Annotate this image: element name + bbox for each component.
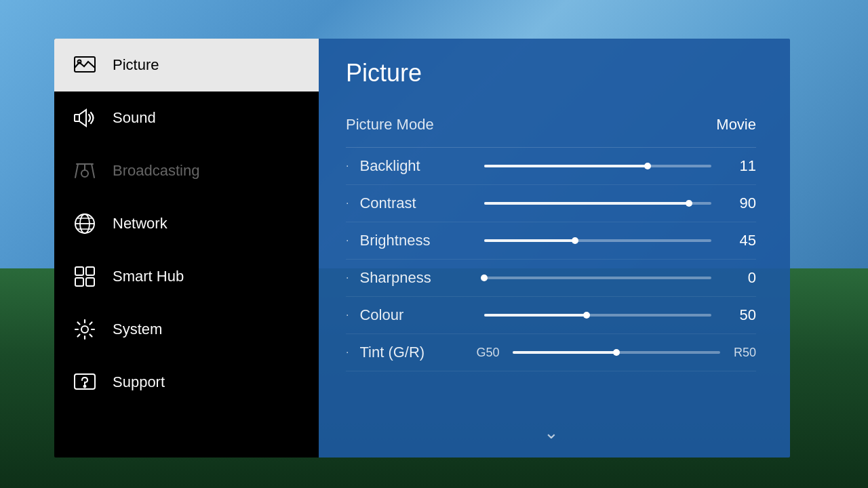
sidebar-item-sound[interactable]: Sound <box>54 92 319 144</box>
tint-value-g: G50 <box>476 346 499 360</box>
network-icon <box>71 209 99 238</box>
svg-rect-12 <box>75 267 83 275</box>
ui-container: Picture Sound <box>54 39 790 458</box>
sharpness-dot: · <box>346 272 349 284</box>
svg-rect-2 <box>75 115 79 121</box>
colour-dot: · <box>346 309 349 321</box>
svg-point-5 <box>81 170 88 177</box>
sidebar-label-system: System <box>113 321 162 338</box>
smarthub-icon <box>71 262 99 291</box>
sidebar-label-picture: Picture <box>113 56 159 74</box>
sidebar-label-sound: Sound <box>113 109 156 127</box>
contrast-row[interactable]: · Contrast 90 <box>346 185 756 222</box>
colour-value: 50 <box>728 306 756 324</box>
sharpness-track <box>484 277 711 279</box>
tint-label: Tint (G/R) <box>359 344 468 361</box>
sharpness-slider[interactable] <box>484 277 711 279</box>
brightness-row[interactable]: · Brightness 45 <box>346 222 756 260</box>
contrast-label: Contrast <box>359 195 468 212</box>
sidebar: Picture Sound <box>54 39 319 458</box>
brightness-slider[interactable] <box>484 239 711 242</box>
sidebar-item-support[interactable]: Support <box>54 356 319 409</box>
brightness-fill <box>484 239 575 242</box>
contrast-fill <box>484 202 688 205</box>
sharpness-value: 0 <box>728 269 756 287</box>
sidebar-item-smarthub[interactable]: Smart Hub <box>54 250 319 303</box>
chevron-down-icon: ⌄ <box>539 424 564 437</box>
backlight-track <box>484 165 711 167</box>
brightness-value: 45 <box>728 232 756 249</box>
system-icon <box>71 315 99 344</box>
tint-thumb <box>613 349 620 356</box>
backlight-dot: · <box>346 160 349 172</box>
svg-point-18 <box>84 386 86 388</box>
tint-dot: · <box>346 346 349 359</box>
colour-slider[interactable] <box>484 314 711 317</box>
sharpness-row[interactable]: · Sharpness 0 <box>346 260 756 297</box>
colour-fill <box>484 314 587 317</box>
tint-track <box>513 351 719 354</box>
contrast-track <box>484 202 711 205</box>
sidebar-item-picture[interactable]: Picture <box>54 39 319 92</box>
brightness-label: Brightness <box>359 232 468 249</box>
picture-mode-row[interactable]: Picture Mode Movie <box>346 106 756 148</box>
sidebar-item-system[interactable]: System <box>54 303 319 356</box>
sidebar-label-broadcasting: Broadcasting <box>113 162 199 180</box>
svg-rect-15 <box>86 278 94 286</box>
colour-thumb <box>583 312 590 319</box>
svg-rect-14 <box>75 278 83 286</box>
tint-row[interactable]: · Tint (G/R) G50 R50 <box>346 334 756 371</box>
svg-point-16 <box>81 326 88 333</box>
broadcasting-icon <box>71 157 99 185</box>
brightness-thumb <box>572 237 578 244</box>
tint-fill <box>513 351 616 354</box>
brightness-track <box>484 239 711 242</box>
contrast-thumb <box>686 200 692 207</box>
sharpness-label: Sharpness <box>359 269 468 287</box>
backlight-thumb <box>644 163 651 169</box>
brightness-dot: · <box>346 235 349 247</box>
sound-icon <box>71 104 99 132</box>
backlight-value: 11 <box>728 157 756 175</box>
tint-slider[interactable] <box>513 351 719 354</box>
sidebar-label-smarthub: Smart Hub <box>113 268 184 285</box>
svg-line-4 <box>92 164 94 178</box>
picture-mode-value: Movie <box>716 116 756 134</box>
backlight-slider[interactable] <box>484 165 711 167</box>
page-title: Picture <box>346 59 756 87</box>
tint-value-r: R50 <box>734 346 756 360</box>
picture-mode-label: Picture Mode <box>346 116 434 134</box>
content-panel: Picture Picture Mode Movie · Backlight 1… <box>319 39 790 458</box>
sidebar-label-support: Support <box>113 373 165 391</box>
sidebar-item-broadcasting[interactable]: Broadcasting <box>54 144 319 197</box>
picture-icon <box>71 51 99 79</box>
scroll-indicator: ⌄ <box>346 415 756 437</box>
sidebar-label-network: Network <box>113 215 167 232</box>
svg-rect-13 <box>86 267 94 275</box>
colour-label: Colour <box>359 306 468 324</box>
sidebar-item-network[interactable]: Network <box>54 197 319 250</box>
contrast-slider[interactable] <box>484 202 711 205</box>
contrast-dot: · <box>346 197 349 209</box>
sharpness-thumb <box>481 274 488 281</box>
contrast-value: 90 <box>728 195 756 212</box>
colour-track <box>484 314 711 317</box>
backlight-fill <box>484 165 648 167</box>
tint-slider-area[interactable]: G50 R50 <box>476 346 756 360</box>
svg-line-3 <box>75 164 78 178</box>
support-icon <box>71 368 99 396</box>
backlight-row[interactable]: · Backlight 11 <box>346 148 756 185</box>
colour-row[interactable]: · Colour 50 <box>346 297 756 334</box>
backlight-label: Backlight <box>359 157 468 175</box>
